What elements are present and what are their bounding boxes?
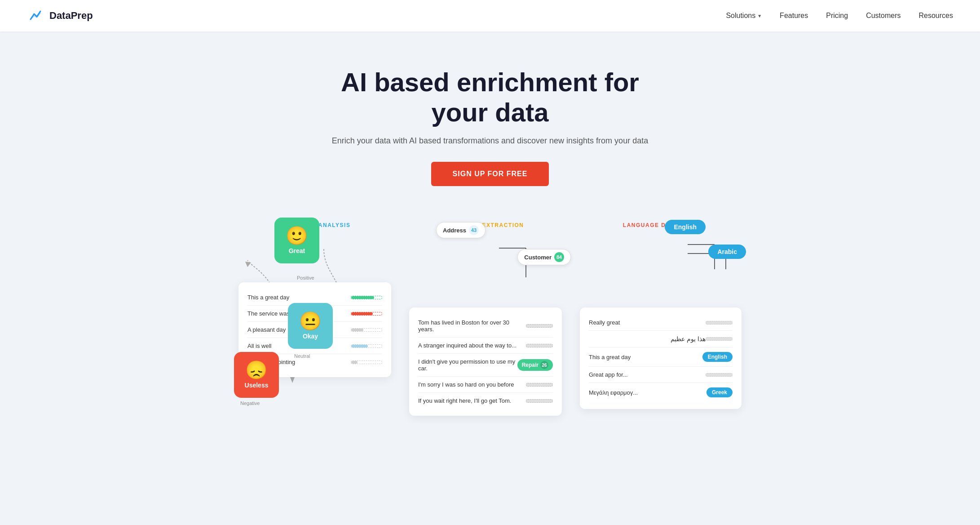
address-tag: Address 43 — [436, 222, 486, 238]
table-row: Great app for... — [589, 367, 733, 383]
hero-section: AI based enrichment for your data Enrich… — [0, 31, 980, 213]
keyword-table: Tom has lived in Boston for over 30 year… — [409, 307, 562, 416]
bar-2 — [351, 312, 382, 316]
svg-marker-2 — [245, 262, 251, 267]
hero-heading: AI based enrichment for your data — [310, 67, 670, 127]
keyword-bar-5 — [526, 399, 553, 403]
okay-label: Okay — [303, 333, 318, 340]
language-table: Really great هذا يوم عظيم This a great d… — [580, 307, 742, 409]
arabic-tag: Arabic — [708, 245, 746, 259]
customer-count: 84 — [554, 252, 564, 262]
lang-text-1: Really great — [589, 319, 706, 326]
bar-3 — [351, 328, 382, 332]
great-emoji: 🙂 — [286, 227, 308, 245]
customer-tag: Customer 84 — [517, 249, 571, 265]
nav-item-features[interactable]: Features — [780, 12, 808, 20]
sentiment-useless-card: 😞 Useless — [234, 352, 279, 398]
language-section-label: LANGUAGE DETECTION — [580, 222, 742, 228]
keyword-section-label: KEYWORD EXTRACTION — [409, 222, 562, 228]
sentiment-great-card: 🙂 Great — [274, 218, 319, 263]
lang-text-5: Μεγάλη εφαρμογ... — [589, 389, 706, 396]
nav-item-resources[interactable]: Resources — [919, 12, 953, 20]
great-sublabel: Positive — [297, 275, 314, 280]
sentiment-text-1: This a great day — [247, 294, 289, 301]
lang-bar-1 — [706, 321, 733, 325]
svg-marker-1 — [290, 377, 295, 383]
hero-subheading: Enrich your data with AI based transform… — [9, 136, 971, 146]
keyword-text-2: A stranger inquired about the way to... — [418, 342, 526, 349]
english-tag: English — [665, 220, 706, 234]
keyword-text-5: If you wait right here, I'll go get Tom. — [418, 397, 526, 404]
useless-emoji: 😞 — [245, 361, 268, 379]
table-row: Tom has lived in Boston for over 30 year… — [418, 315, 553, 338]
sentiment-panel: SENTIMENT ANALYSIS 🙂 Great Positive 😐 Ok… — [238, 222, 391, 416]
chevron-down-icon: ▼ — [757, 13, 762, 18]
signup-button[interactable]: SIGN UP FOR FREE — [431, 162, 549, 186]
lang-bar-2 — [706, 337, 733, 341]
english-detection-tag: English — [702, 352, 733, 362]
bar-1 — [351, 296, 382, 299]
table-row: This a great day English — [589, 347, 733, 367]
sentiment-text-3: A pleasant day — [247, 326, 286, 333]
nav-links: Solutions ▼ Features Pricing Customers R… — [726, 12, 953, 20]
repair-tag: Repair 26 — [517, 359, 553, 371]
table-row: A stranger inquired about the way to... — [418, 338, 553, 354]
keyword-bar-4 — [526, 383, 553, 387]
table-row: Really great — [589, 315, 733, 331]
keyword-text-4: I'm sorry I was so hard on you before — [418, 381, 526, 388]
lang-bar-4 — [706, 373, 733, 377]
demo-section: SENTIMENT ANALYSIS 🙂 Great Positive 😐 Ok… — [176, 213, 804, 434]
okay-sublabel: Neutral — [294, 353, 310, 359]
navbar: DataPrep Solutions ▼ Features Pricing Cu… — [0, 0, 980, 31]
lang-text-3: This a great day — [589, 354, 702, 360]
keyword-bar-2 — [526, 344, 553, 347]
table-row: هذا يوم عظيم — [589, 331, 733, 347]
lang-text-2: هذا يوم عظيم — [589, 335, 706, 343]
okay-emoji: 😐 — [299, 312, 322, 330]
language-panel: LANGUAGE DETECTION English Arabic Really… — [580, 222, 742, 416]
lang-text-4: Great app for... — [589, 371, 706, 378]
keyword-text-3: I didn't give you permission to use my c… — [418, 358, 517, 372]
address-count: 43 — [469, 225, 479, 235]
brand-logo[interactable]: DataPrep — [27, 7, 93, 25]
table-row: Μεγάλη εφαρμογ... Greek — [589, 383, 733, 402]
table-row: I'm sorry I was so hard on you before — [418, 377, 553, 393]
nav-item-customers[interactable]: Customers — [866, 12, 901, 20]
nav-item-pricing[interactable]: Pricing — [826, 12, 848, 20]
sentiment-text-4: All is well — [247, 343, 271, 349]
useless-label: Useless — [245, 382, 269, 389]
bar-4 — [351, 344, 382, 348]
useless-sublabel: Negative — [240, 400, 260, 406]
bar-5 — [351, 360, 382, 364]
table-row: If you wait right here, I'll go get Tom. — [418, 393, 553, 409]
keyword-text-1: Tom has lived in Boston for over 30 year… — [418, 319, 526, 333]
great-label: Great — [289, 247, 305, 254]
sentiment-okay-card: 😐 Okay — [288, 303, 333, 349]
keyword-bar-1 — [526, 324, 553, 328]
nav-item-solutions[interactable]: Solutions ▼ — [726, 12, 762, 20]
table-row: I didn't give you permission to use my c… — [418, 354, 553, 377]
brand-name: DataPrep — [49, 10, 93, 22]
greek-detection-tag: Greek — [706, 387, 733, 397]
keyword-panel: KEYWORD EXTRACTION Address 43 Customer 8… — [409, 222, 562, 416]
